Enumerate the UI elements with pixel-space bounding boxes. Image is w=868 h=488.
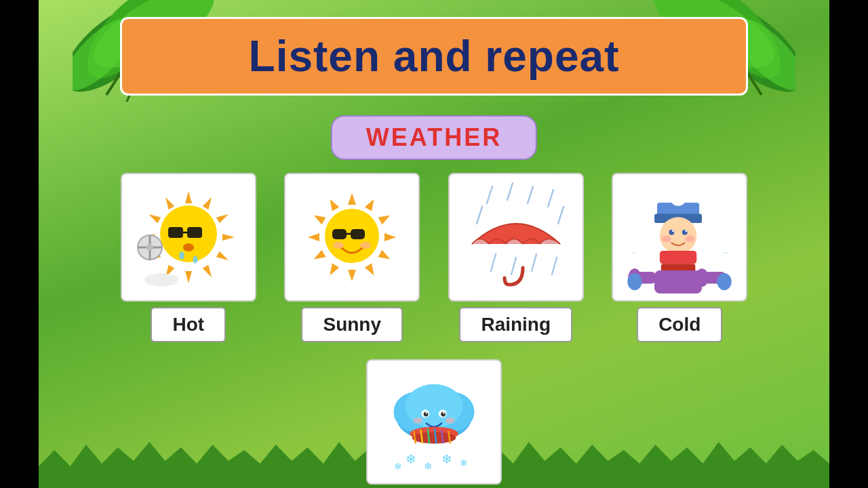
svg-line-52 bbox=[487, 186, 492, 203]
svg-rect-21 bbox=[168, 227, 183, 238]
weather-card-hot: Hot bbox=[121, 173, 256, 342]
svg-marker-10 bbox=[216, 211, 231, 224]
svg-marker-11 bbox=[222, 234, 235, 241]
svg-point-50 bbox=[333, 242, 344, 249]
sunny-card-image bbox=[284, 173, 420, 302]
svg-marker-44 bbox=[312, 211, 326, 224]
svg-marker-43 bbox=[308, 233, 319, 241]
svg-point-69 bbox=[672, 230, 674, 232]
raining-card-image bbox=[448, 173, 584, 302]
svg-text:~: ~ bbox=[722, 247, 728, 258]
svg-point-66 bbox=[660, 217, 696, 253]
svg-line-58 bbox=[491, 254, 496, 271]
svg-marker-36 bbox=[378, 211, 393, 224]
svg-point-26 bbox=[183, 243, 194, 251]
svg-line-55 bbox=[548, 190, 553, 207]
svg-marker-12 bbox=[216, 251, 231, 264]
svg-text:~: ~ bbox=[631, 247, 636, 258]
svg-line-61 bbox=[552, 258, 557, 274]
svg-point-81 bbox=[717, 273, 732, 290]
svg-text:❄: ❄ bbox=[424, 460, 433, 472]
svg-point-70 bbox=[686, 230, 688, 232]
weather-card-cold: ~ ~ Cold bbox=[612, 173, 747, 342]
svg-text:❄: ❄ bbox=[460, 458, 468, 468]
svg-line-57 bbox=[558, 207, 564, 224]
svg-point-33 bbox=[162, 274, 178, 285]
cold-card-image: ~ ~ bbox=[612, 173, 747, 302]
svg-text:❄: ❄ bbox=[394, 462, 402, 472]
svg-marker-38 bbox=[378, 250, 393, 263]
svg-point-24 bbox=[179, 251, 184, 260]
svg-point-65 bbox=[671, 190, 686, 206]
weather-card-snowy: ❄ ❄ ❄ ❄ ❄ bbox=[366, 359, 502, 488]
svg-marker-19 bbox=[162, 196, 174, 210]
hot-card-label: Hot bbox=[151, 307, 226, 342]
svg-point-71 bbox=[662, 236, 671, 243]
svg-rect-48 bbox=[351, 229, 365, 239]
svg-marker-40 bbox=[348, 270, 356, 281]
svg-marker-18 bbox=[146, 211, 161, 224]
main-container: Listen and repeat WEATHER bbox=[39, 0, 829, 488]
svg-marker-14 bbox=[185, 271, 192, 283]
svg-point-72 bbox=[686, 236, 695, 243]
hot-card-image bbox=[121, 173, 256, 302]
svg-marker-9 bbox=[202, 196, 214, 210]
weather-cards-row: Hot bbox=[106, 173, 762, 342]
svg-marker-41 bbox=[327, 264, 340, 278]
weather-card-sunny: Sunny bbox=[284, 173, 420, 342]
svg-point-51 bbox=[360, 242, 371, 249]
svg-line-53 bbox=[507, 183, 513, 200]
sunny-card-label: Sunny bbox=[301, 307, 403, 342]
raining-card-label: Raining bbox=[459, 307, 572, 342]
weather-label-text: WEATHER bbox=[366, 123, 502, 151]
svg-point-25 bbox=[193, 256, 197, 264]
svg-text:❄: ❄ bbox=[441, 452, 452, 466]
svg-marker-8 bbox=[185, 191, 192, 203]
svg-point-32 bbox=[144, 274, 161, 285]
svg-line-60 bbox=[532, 254, 536, 271]
svg-marker-42 bbox=[312, 250, 326, 263]
svg-rect-22 bbox=[187, 227, 202, 238]
svg-point-95 bbox=[446, 418, 455, 424]
svg-line-59 bbox=[511, 258, 516, 274]
svg-marker-35 bbox=[365, 197, 378, 211]
svg-marker-34 bbox=[348, 193, 356, 205]
svg-marker-39 bbox=[365, 264, 378, 278]
left-bar bbox=[0, 0, 39, 488]
snowy-weather-icon: ❄ ❄ ❄ ❄ ❄ bbox=[376, 363, 492, 481]
svg-point-30 bbox=[146, 244, 153, 251]
weather-label-box: WEATHER bbox=[331, 115, 537, 160]
svg-marker-13 bbox=[202, 265, 214, 279]
svg-text:❄: ❄ bbox=[406, 452, 416, 466]
svg-point-94 bbox=[413, 418, 422, 424]
title-banner: Listen and repeat bbox=[120, 17, 748, 96]
right-bar bbox=[829, 0, 868, 488]
raining-weather-icon bbox=[458, 180, 574, 295]
svg-rect-47 bbox=[332, 229, 347, 239]
weather-card-raining: Raining bbox=[448, 173, 584, 342]
svg-marker-45 bbox=[327, 197, 340, 211]
svg-point-80 bbox=[628, 273, 642, 290]
svg-marker-37 bbox=[384, 233, 396, 241]
cold-weather-icon: ~ ~ bbox=[625, 180, 734, 295]
hot-weather-icon bbox=[131, 180, 246, 295]
title-text: Listen and repeat bbox=[249, 32, 620, 81]
svg-rect-73 bbox=[660, 251, 696, 264]
svg-point-93 bbox=[443, 412, 445, 414]
svg-rect-75 bbox=[654, 270, 702, 293]
svg-line-56 bbox=[477, 207, 482, 224]
snowy-card-image: ❄ ❄ ❄ ❄ ❄ bbox=[366, 359, 502, 485]
cold-card-label: Cold bbox=[637, 307, 722, 342]
svg-line-54 bbox=[528, 186, 533, 203]
sunny-weather-icon bbox=[298, 183, 406, 291]
svg-point-92 bbox=[426, 412, 428, 414]
